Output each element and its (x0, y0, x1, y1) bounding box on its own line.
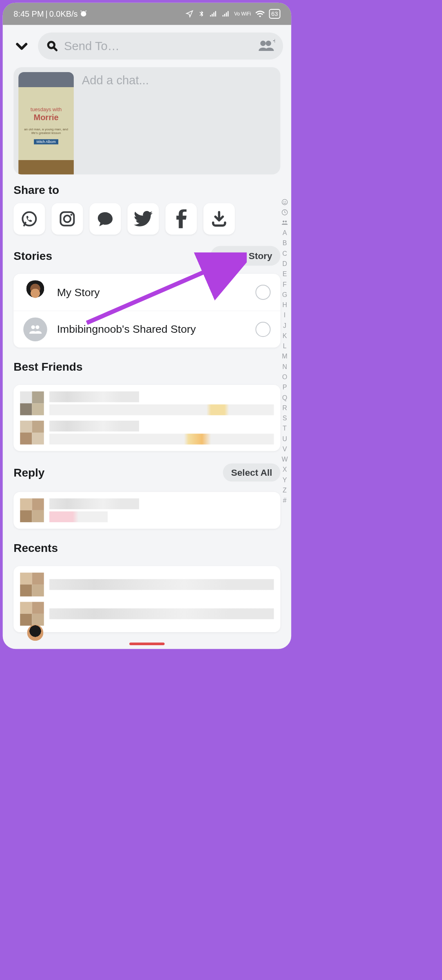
alpha-index-letter[interactable]: Y (283, 476, 287, 484)
group-avatar (23, 317, 47, 341)
emoji-index-icon[interactable] (281, 198, 288, 206)
alpha-index-letter[interactable]: P (283, 384, 287, 391)
wifi-icon (255, 10, 265, 17)
main-content: Send To… + tuesdays with Morrie an old m… (3, 25, 292, 649)
clock-index-icon[interactable] (281, 209, 288, 216)
location-icon (186, 10, 194, 18)
alpha-index-letter[interactable]: S (283, 414, 287, 422)
status-time: 8:45 PM (13, 9, 44, 19)
whatsapp-icon (20, 210, 38, 228)
chevron-down-icon (14, 38, 29, 53)
svg-point-1 (260, 41, 265, 46)
download-icon (210, 210, 228, 228)
best-friends-title: Best Friends (3, 347, 292, 380)
battery-indicator: 63 (269, 9, 280, 19)
friend-avatar (20, 421, 44, 445)
story-my-story[interactable]: My Story (13, 274, 280, 310)
svg-point-15 (283, 221, 284, 222)
search-placeholder: Send To… (64, 39, 119, 53)
alpha-index-letter[interactable]: J (283, 322, 286, 330)
recent-row[interactable] (20, 573, 274, 597)
svg-point-10 (35, 325, 39, 329)
home-indicator (129, 642, 164, 645)
status-speed: 0.0KB/s (49, 9, 78, 19)
alpha-index-letter[interactable]: Z (283, 486, 287, 494)
recent-avatar (20, 602, 44, 626)
vowifi-label: Vo WiFi (234, 12, 251, 16)
recent-avatar (20, 573, 44, 597)
collapse-button[interactable] (13, 38, 30, 54)
stories-list: My Story Imbibingnoob's Shared Story (13, 274, 280, 347)
svg-point-7 (71, 214, 73, 216)
share-whatsapp[interactable] (13, 203, 45, 235)
alpha-index-letter[interactable]: B (283, 240, 287, 247)
alpha-index-letter[interactable]: A (283, 229, 287, 237)
alpha-index-letter[interactable]: E (283, 270, 287, 278)
recent-row[interactable] (20, 602, 274, 626)
alpha-index-letter[interactable]: D (282, 260, 287, 268)
bluetooth-icon (198, 10, 205, 18)
reply-list (13, 492, 280, 529)
signal-icon-1 (209, 10, 217, 17)
friend-avatar (20, 391, 44, 415)
story-select-circle[interactable] (255, 285, 270, 300)
alpha-index-letter[interactable]: T (283, 425, 287, 433)
alpha-index-letter[interactable]: G (282, 291, 287, 299)
facebook-icon (176, 209, 187, 229)
alpha-index[interactable]: A B C D E F G H I J K L M N O P Q R S T … (279, 198, 290, 504)
svg-point-12 (283, 201, 284, 202)
signal-icon-2 (222, 10, 230, 17)
alpha-index-letter[interactable]: F (283, 281, 287, 288)
reply-row[interactable] (20, 499, 274, 523)
bitmoji-avatar (23, 280, 47, 304)
alpha-index-letter[interactable]: H (282, 301, 287, 309)
svg-point-16 (285, 221, 287, 222)
share-row (3, 203, 292, 238)
search-icon (46, 40, 59, 53)
alpha-index-letter[interactable]: L (283, 343, 287, 350)
alpha-index-letter[interactable]: N (282, 363, 287, 371)
alpha-index-letter[interactable]: C (282, 250, 287, 257)
alpha-index-letter[interactable]: Q (282, 394, 287, 402)
recents-list (13, 566, 280, 632)
alpha-index-letter[interactable]: V (283, 445, 287, 453)
share-to-title: Share to (3, 174, 292, 203)
alpha-index-letter[interactable]: I (284, 312, 285, 319)
best-friends-list (13, 385, 280, 451)
add-group-button[interactable]: + (258, 39, 275, 53)
share-instagram[interactable] (51, 203, 83, 235)
friend-row[interactable] (20, 421, 274, 445)
story-select-circle[interactable] (255, 322, 270, 337)
alpha-index-letter[interactable]: W (282, 456, 288, 464)
svg-point-2 (266, 41, 271, 46)
alpha-index-letter[interactable]: R (282, 404, 287, 412)
search-bar[interactable]: Send To… + (38, 33, 283, 60)
reply-avatar (20, 499, 44, 523)
alpha-index-letter[interactable]: U (282, 435, 287, 443)
story-shared[interactable]: Imbibingnoob's Shared Story (13, 311, 280, 347)
bottom-avatar (27, 624, 44, 641)
group-icon (29, 324, 42, 335)
select-all-button[interactable]: Select All (223, 464, 281, 482)
share-facebook[interactable] (166, 203, 197, 235)
alpha-index-letter[interactable]: O (282, 373, 287, 381)
svg-point-6 (64, 215, 71, 222)
svg-text:+: + (273, 39, 275, 45)
share-messages[interactable] (89, 203, 121, 235)
story-label: My Story (57, 286, 246, 299)
add-chat-placeholder: Add a chat... (74, 67, 157, 174)
twitter-icon (134, 211, 153, 227)
group-index-icon[interactable] (281, 219, 288, 226)
svg-point-9 (31, 325, 35, 329)
alpha-index-letter[interactable]: M (282, 353, 287, 360)
alpha-index-letter[interactable]: K (283, 332, 287, 340)
svg-point-11 (282, 199, 287, 204)
chat-preview-card[interactable]: tuesdays with Morrie an old man, a young… (13, 67, 280, 174)
share-twitter[interactable] (128, 203, 159, 235)
friend-row[interactable] (20, 391, 274, 415)
alarm-icon (80, 10, 88, 18)
new-story-button[interactable]: + New Story (210, 246, 280, 266)
alpha-index-letter[interactable]: # (283, 497, 287, 505)
alpha-index-letter[interactable]: X (283, 466, 287, 474)
share-download[interactable] (203, 203, 235, 235)
